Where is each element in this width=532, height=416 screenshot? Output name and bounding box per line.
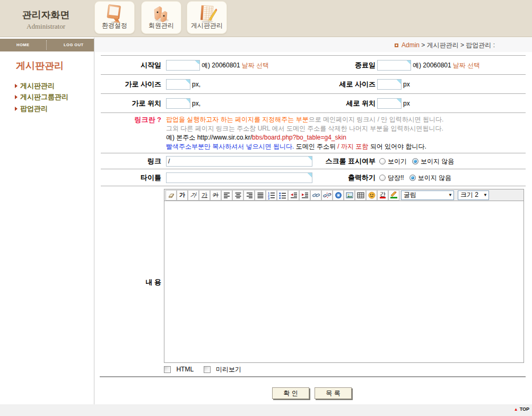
scroll-show-radio[interactable] (379, 158, 386, 164)
link-icon (312, 191, 320, 200)
editor-content-area[interactable] (164, 201, 524, 363)
unlink-icon (323, 191, 332, 200)
link-help-label: 링크란 ? (101, 115, 161, 125)
preview-checkbox-label: 미리보기 (216, 366, 241, 373)
bullet-arrow-icon (15, 107, 18, 111)
sidebar-item-board-admin[interactable]: 게시판관리 (15, 81, 55, 91)
output-label: 출력하기 (276, 169, 376, 186)
toolbar-outdent-button[interactable] (288, 190, 299, 201)
html-checkbox[interactable] (164, 366, 171, 373)
back-to-top-link[interactable]: ▲TOP (514, 406, 529, 412)
font-family-value: 굴림 (404, 190, 416, 200)
sidebar-item-popup-admin[interactable]: 팝업관리 (15, 104, 48, 114)
toolbar-unordered-list-button[interactable] (277, 190, 288, 201)
font-family-select[interactable]: 굴림▼ (401, 190, 454, 200)
toolbar-underline-button[interactable]: 가 (199, 190, 210, 201)
confirm-button[interactable]: 확 인 (272, 387, 309, 399)
output-hide-radio[interactable] (409, 175, 416, 181)
content-label: 내 용 (101, 278, 161, 287)
remove-format-icon (167, 191, 176, 200)
toolbar-bold-button[interactable]: 가 (177, 190, 188, 201)
list-button[interactable]: 목 록 (315, 387, 352, 399)
output-hide-label: 보이지 않음 (418, 174, 451, 183)
top-label: TOP (520, 406, 529, 412)
page-title: 관리자화면 (0, 8, 92, 21)
scroll-hide-radio[interactable] (412, 158, 418, 164)
row-dates: 시작일 예) 20060801 날짜 선택 종료일 예) 20060801 날짜… (101, 55, 526, 74)
ordered-list-icon: 123 (267, 191, 276, 200)
toolbar-remove-format-button[interactable] (165, 190, 177, 201)
up-arrow-icon: ▲ (514, 407, 518, 412)
image-icon (345, 191, 354, 200)
sidebar: HOME LOG OUT 게시판관리 게시판관리 게시판그룹관리 팝업관리 (0, 38, 94, 404)
output-now-label: 당장!! (388, 174, 404, 183)
start-date-picker-link[interactable]: 날짜 선택 (242, 61, 269, 70)
page-subtitle: Administrator (0, 22, 92, 31)
brand: 관리자화면 Administrator (0, 8, 92, 31)
topbar-divider (46, 40, 47, 50)
end-date-hint: 예) 20060801 (413, 61, 451, 70)
align-left-icon (223, 191, 231, 200)
output-now-radio[interactable] (379, 175, 386, 181)
pos-y-label: 세로 위치 (276, 94, 376, 112)
toolbar-align-center-button[interactable] (232, 190, 243, 201)
pos-y-input[interactable] (377, 98, 402, 109)
pos-x-input[interactable] (166, 98, 190, 109)
toolbar-italic-button[interactable]: 가 (188, 190, 199, 201)
end-date-input[interactable] (377, 60, 411, 71)
end-date-picker-link[interactable]: 날짜 선택 (453, 61, 480, 70)
bullet-arrow-icon (15, 84, 18, 88)
start-date-input[interactable] (166, 60, 200, 71)
wysiwyg-editor: 가가가가123간굴림▼크기 2▼ HTML 미리보기 (164, 189, 524, 374)
nav-button-boards[interactable]: 게시판관리 (187, 1, 227, 34)
row-link: 링크 스크롤 표시여부 보이기 보이지 않음 (101, 153, 526, 169)
toolbar-highlight-button[interactable] (388, 190, 399, 201)
toolbar-media-button[interactable] (333, 190, 344, 201)
toolbar-image-button[interactable] (344, 190, 355, 201)
scroll-label: 스크롤 표시여부 (276, 153, 376, 169)
toolbar-ordered-list-button[interactable]: 123 (266, 190, 277, 201)
link-help-line3: 예) 본주소 http://www.sir.co.kr/bbs/board.ph… (166, 133, 346, 142)
italic-icon: 가 (190, 191, 196, 199)
chevron-down-icon: ▼ (446, 193, 452, 197)
align-center-icon (234, 191, 242, 200)
bold-icon: 가 (179, 191, 185, 199)
unordered-list-icon (278, 191, 287, 200)
font-size-select[interactable]: 크기 2▼ (458, 190, 489, 200)
height-label: 세로 사이즈 (276, 75, 376, 93)
home-link[interactable]: HOME (16, 39, 30, 51)
toolbar-emoticon-button[interactable] (366, 190, 377, 201)
breadcrumb: Admin > 게시판관리 > 팝업관리 : (395, 41, 495, 50)
toolbar-unlink-button[interactable] (321, 190, 333, 201)
align-right-icon (245, 191, 254, 200)
pos-x-unit: px, (192, 100, 200, 107)
width-input[interactable] (166, 79, 190, 90)
logout-link[interactable]: LOG OUT (64, 39, 84, 51)
toolbar-strikethrough-button[interactable]: 가 (210, 190, 221, 201)
width-label: 가로 사이즈 (101, 75, 161, 93)
toolbar-indent-button[interactable] (299, 190, 310, 201)
breadcrumb-admin-link[interactable]: Admin (402, 41, 420, 49)
row-title: 타이틀 출력하기 당장!! 보이지 않음 (101, 169, 526, 186)
font-size-value: 크기 2 (460, 190, 478, 200)
pos-x-label: 가로 위치 (101, 94, 161, 112)
row-content: 내 용 가가가가123간굴림▼크기 2▼ HTML 미리보기 (101, 186, 526, 376)
row-link-help: 링크란 ? 팝업을 실행하고자 하는 페이지를 지정해주는 부분으로 메인페이지… (101, 112, 526, 153)
toolbar-align-right-button[interactable] (243, 190, 255, 201)
sidebar-topbar: HOME LOG OUT (0, 39, 94, 51)
sidebar-item-board-group-admin[interactable]: 게시판그룹관리 (15, 92, 68, 102)
breadcrumb-band: Admin > 게시판관리 > 팝업관리 : (94, 38, 532, 52)
nav-button-members[interactable]: 회원관리 (141, 1, 181, 34)
underline-icon: 가 (202, 191, 207, 199)
height-input[interactable] (377, 79, 402, 90)
toolbar-table-button[interactable] (355, 190, 366, 201)
toolbar-link-button[interactable] (310, 190, 321, 201)
highlight-icon (390, 192, 397, 198)
table-icon (356, 191, 365, 200)
toolbar-font-color-button[interactable]: 간 (377, 190, 388, 201)
toolbar-align-justify-button[interactable] (255, 190, 266, 201)
toolbar-align-left-button[interactable] (221, 190, 232, 201)
preview-checkbox[interactable] (204, 366, 211, 373)
nav-button-settings[interactable]: 환경설정 (94, 1, 135, 34)
nav-button-label: 게시판관리 (187, 21, 226, 30)
